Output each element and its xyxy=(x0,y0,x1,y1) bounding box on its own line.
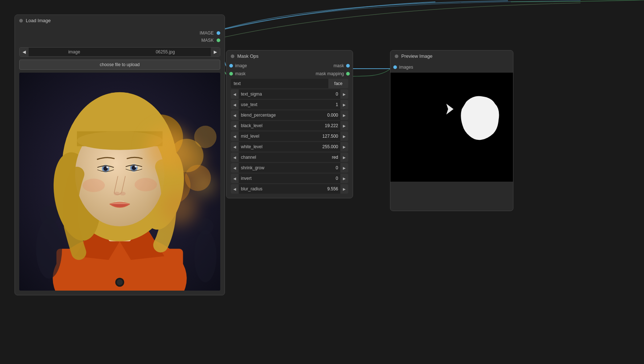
param-black-level: ◀ black_level 19.222 ▶ xyxy=(231,121,348,130)
param-blend-name: blend_percentage xyxy=(239,113,327,118)
svg-point-35 xyxy=(36,219,62,279)
param-blend-left[interactable]: ◀ xyxy=(231,110,239,120)
param-channel-left[interactable]: ◀ xyxy=(231,153,239,162)
param-channel-value: red xyxy=(332,155,340,160)
preview-black-canvas xyxy=(390,73,513,182)
mask-mapping-label: mask mapping xyxy=(316,71,344,76)
io-right-mask: mask xyxy=(333,63,350,68)
param-text-sigma-left[interactable]: ◀ xyxy=(231,89,239,99)
param-blur-right[interactable]: ▶ xyxy=(340,184,348,194)
mask-ops-mask-input-socket[interactable] xyxy=(229,72,233,76)
param-use-text: ◀ use_text 1 ▶ xyxy=(231,100,348,109)
preview-images-input-socket[interactable] xyxy=(393,65,397,69)
param-invert-value: 0 xyxy=(336,176,340,181)
load-image-dot xyxy=(19,19,23,23)
portrait-preview xyxy=(19,73,220,291)
param-invert-name: invert xyxy=(239,176,336,181)
mask-ops-io-image: image mask xyxy=(226,62,353,70)
param-channel-right[interactable]: ▶ xyxy=(340,153,348,162)
param-use-text-name: use_text xyxy=(239,102,336,107)
param-mid-level-value: 127.500 xyxy=(323,134,340,139)
upload-button[interactable]: choose file to upload xyxy=(19,60,220,70)
param-blend-right[interactable]: ▶ xyxy=(340,110,348,120)
svg-point-31 xyxy=(114,192,120,195)
text-face-row: text face xyxy=(231,79,348,88)
param-mid-level-left[interactable]: ◀ xyxy=(231,132,239,141)
image-output-socket[interactable] xyxy=(217,31,220,35)
output-image: IMAGE xyxy=(200,31,220,36)
preview-image-header: Preview Image xyxy=(390,50,513,62)
param-white-level-left[interactable]: ◀ xyxy=(231,142,239,151)
param-blur-left[interactable]: ◀ xyxy=(231,184,239,194)
face-part[interactable]: face xyxy=(328,79,348,88)
svg-point-33 xyxy=(82,179,105,192)
preview-io-left: images xyxy=(393,65,413,70)
mask-ops-image-label: image xyxy=(235,63,247,68)
param-shrink-value: 0 xyxy=(336,165,340,170)
param-black-level-right[interactable]: ▶ xyxy=(340,121,348,130)
param-blend-value: 0.000 xyxy=(327,113,340,118)
preview-io-images: images xyxy=(390,62,513,73)
output-mask: MASK xyxy=(201,38,220,43)
param-channel: ◀ channel red ▶ xyxy=(231,153,348,162)
param-text-sigma-value: 0 xyxy=(336,92,340,97)
io-left-image: image xyxy=(229,63,247,68)
param-shrink-grow: ◀ shrink_grow 0 ▶ xyxy=(231,163,348,173)
param-invert-left[interactable]: ◀ xyxy=(231,174,239,183)
param-shrink-left[interactable]: ◀ xyxy=(231,163,239,173)
canvas-area: Load Image IMAGE MASK ◀ image 06255.jpg … xyxy=(0,0,644,364)
param-invert-right[interactable]: ▶ xyxy=(340,174,348,183)
file-right-arrow[interactable]: ▶ xyxy=(211,48,220,56)
param-shrink-right[interactable]: ▶ xyxy=(340,163,348,173)
svg-point-37 xyxy=(194,230,217,282)
mask-output-socket[interactable] xyxy=(217,39,220,42)
portrait-canvas xyxy=(19,73,220,291)
mask-ops-mask-output-label: mask xyxy=(333,63,344,68)
svg-point-36 xyxy=(40,206,58,225)
param-white-level-right[interactable]: ▶ xyxy=(340,142,348,151)
param-mid-level: ◀ mid_level 127.500 ▶ xyxy=(231,132,348,141)
text-part: text xyxy=(231,79,328,88)
preview-images-label: images xyxy=(399,65,413,70)
param-use-text-left[interactable]: ◀ xyxy=(231,100,239,109)
param-text-sigma-right[interactable]: ▶ xyxy=(340,89,348,99)
param-use-text-right[interactable]: ▶ xyxy=(340,100,348,109)
mask-ops-header: Mask Ops xyxy=(226,50,353,62)
io-left-mask: mask xyxy=(229,71,246,76)
param-text-sigma: ◀ text_sigma 0 ▶ xyxy=(231,89,348,99)
param-invert: ◀ invert 0 ▶ xyxy=(231,174,348,183)
mask-mapping-output-socket[interactable] xyxy=(346,72,350,76)
param-white-level-value: 255.000 xyxy=(323,144,340,149)
preview-bottom-area xyxy=(390,182,513,211)
load-image-title: Load Image xyxy=(26,18,51,23)
file-left-arrow[interactable]: ◀ xyxy=(20,48,29,56)
param-shrink-name: shrink_grow xyxy=(239,165,336,170)
load-image-header: Load Image xyxy=(15,15,225,26)
mask-ops-title: Mask Ops xyxy=(237,53,259,59)
mask-ops-image-input-socket[interactable] xyxy=(229,64,233,68)
mask-ops-mask-output-socket[interactable] xyxy=(346,64,350,68)
mask-ops-dot xyxy=(231,54,234,58)
file-selector[interactable]: ◀ image 06255.jpg ▶ xyxy=(19,47,220,57)
bokeh-3 xyxy=(193,174,215,196)
param-black-level-left[interactable]: ◀ xyxy=(231,121,239,130)
load-image-node: Load Image IMAGE MASK ◀ image 06255.jpg … xyxy=(15,15,225,295)
mask-ops-io-mask: mask mask mapping xyxy=(226,70,353,78)
param-text-sigma-name: text_sigma xyxy=(239,92,336,97)
param-mid-level-right[interactable]: ▶ xyxy=(340,132,348,141)
params-list: ◀ text_sigma 0 ▶ ◀ use_text 1 ▶ ◀ blend_… xyxy=(226,89,353,194)
io-right-mask-mapping: mask mapping xyxy=(316,71,350,76)
param-mid-level-name: mid_level xyxy=(239,134,323,139)
param-blur-name: blur_radius xyxy=(239,186,327,191)
preview-mask-svg xyxy=(390,73,513,182)
param-black-level-name: black_level xyxy=(239,123,325,128)
bokeh-2 xyxy=(175,145,204,174)
param-use-text-value: 1 xyxy=(336,102,340,107)
load-image-body: IMAGE MASK ◀ image 06255.jpg ▶ choose fi… xyxy=(15,26,225,295)
param-black-level-value: 19.222 xyxy=(325,123,340,128)
param-blur-value: 9.556 xyxy=(327,186,340,191)
param-blur-radius: ◀ blur_radius 9.556 ▶ xyxy=(231,184,348,194)
param-blend-percentage: ◀ blend_percentage 0.000 ▶ xyxy=(231,110,348,120)
file-left-label: image xyxy=(29,49,120,54)
param-white-level-name: white_level xyxy=(239,144,323,149)
